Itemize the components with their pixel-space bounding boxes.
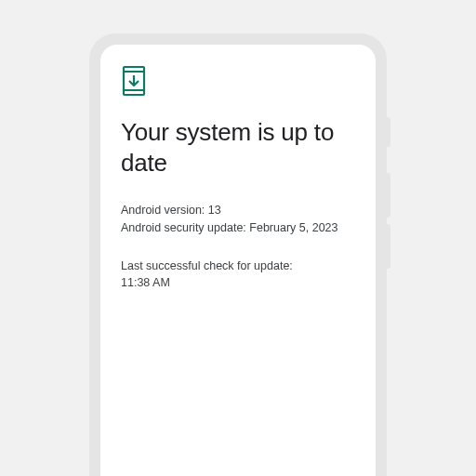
phone-power-button [387, 117, 390, 147]
system-update-icon [121, 65, 355, 100]
android-version-line: Android version: 13 [121, 202, 355, 219]
version-info-block: Android version: 13 Android security upd… [121, 202, 355, 237]
page-title: Your system is up to date [121, 117, 355, 178]
security-update-label: Android security update: [121, 221, 246, 234]
last-check-time: 11:38 AM [121, 274, 355, 292]
security-update-line: Android security update: February 5, 202… [121, 219, 355, 237]
phone-volume-down-button [387, 224, 390, 269]
phone-screen: Your system is up to date Android versio… [100, 45, 376, 476]
android-version-value: 13 [208, 204, 221, 217]
phone-device-frame: Your system is up to date Android versio… [89, 33, 387, 476]
android-version-label: Android version: [121, 204, 205, 217]
phone-volume-up-button [387, 173, 390, 218]
last-check-label: Last successful check for update: [121, 258, 355, 275]
last-check-block: Last successful check for update: 11:38 … [121, 258, 355, 293]
security-update-value: February 5, 2023 [249, 221, 337, 234]
